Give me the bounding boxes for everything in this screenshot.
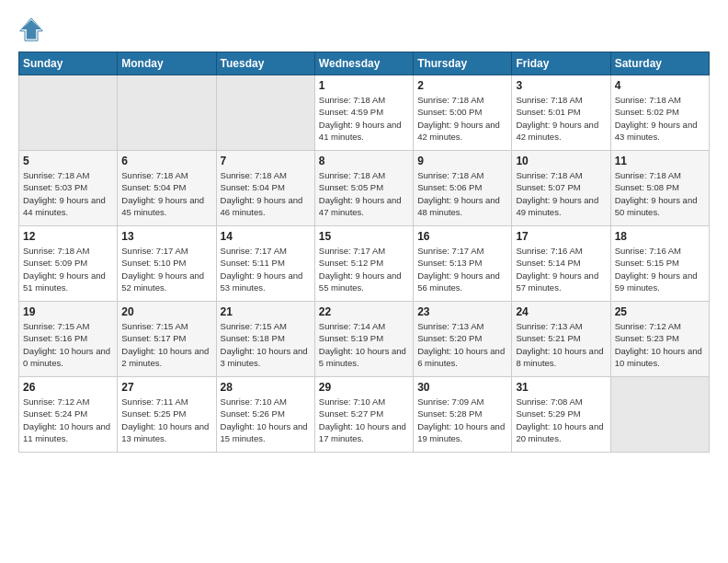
calendar-cell: 16Sunrise: 7:17 AM Sunset: 5:13 PM Dayli… — [414, 226, 512, 302]
calendar-cell: 6Sunrise: 7:18 AM Sunset: 5:04 PM Daylig… — [118, 151, 216, 226]
calendar-week-1: 5Sunrise: 7:18 AM Sunset: 5:03 PM Daylig… — [19, 151, 710, 226]
day-number: 9 — [417, 155, 507, 167]
calendar-cell: 30Sunrise: 7:09 AM Sunset: 5:28 PM Dayli… — [414, 377, 512, 453]
calendar-cell: 19Sunrise: 7:15 AM Sunset: 5:16 PM Dayli… — [19, 302, 118, 377]
calendar-cell: 12Sunrise: 7:18 AM Sunset: 5:09 PM Dayli… — [19, 226, 118, 302]
col-header-monday: Monday — [118, 52, 216, 75]
day-number: 10 — [516, 155, 606, 167]
header — [18, 17, 710, 42]
day-number: 31 — [516, 381, 606, 394]
day-number: 4 — [615, 79, 705, 92]
cell-content: Sunrise: 7:18 AM Sunset: 5:02 PM Dayligh… — [615, 94, 705, 143]
logo — [18, 17, 48, 42]
cell-content: Sunrise: 7:18 AM Sunset: 5:03 PM Dayligh… — [23, 169, 113, 218]
day-number: 16 — [417, 230, 507, 243]
day-number: 22 — [319, 305, 409, 318]
cell-content: Sunrise: 7:18 AM Sunset: 4:59 PM Dayligh… — [319, 94, 409, 143]
calendar-cell: 13Sunrise: 7:17 AM Sunset: 5:10 PM Dayli… — [118, 226, 216, 302]
cell-content: Sunrise: 7:14 AM Sunset: 5:19 PM Dayligh… — [319, 320, 409, 369]
day-number: 29 — [319, 381, 409, 394]
cell-content: Sunrise: 7:18 AM Sunset: 5:06 PM Dayligh… — [417, 169, 507, 218]
calendar-cell — [19, 75, 118, 151]
logo-icon — [18, 17, 44, 42]
cell-content: Sunrise: 7:13 AM Sunset: 5:20 PM Dayligh… — [417, 320, 507, 369]
calendar-cell: 14Sunrise: 7:17 AM Sunset: 5:11 PM Dayli… — [216, 226, 314, 302]
calendar-cell: 8Sunrise: 7:18 AM Sunset: 5:05 PM Daylig… — [314, 151, 413, 226]
day-number: 6 — [121, 155, 211, 167]
cell-content: Sunrise: 7:18 AM Sunset: 5:07 PM Dayligh… — [516, 169, 606, 218]
calendar-cell: 31Sunrise: 7:08 AM Sunset: 5:29 PM Dayli… — [512, 377, 610, 453]
calendar-week-4: 26Sunrise: 7:12 AM Sunset: 5:24 PM Dayli… — [19, 377, 710, 453]
col-header-friday: Friday — [512, 52, 610, 75]
day-number: 24 — [516, 305, 606, 318]
cell-content: Sunrise: 7:18 AM Sunset: 5:08 PM Dayligh… — [615, 169, 705, 218]
day-number: 15 — [319, 230, 409, 243]
calendar-table: SundayMondayTuesdayWednesdayThursdayFrid… — [18, 52, 710, 453]
day-number: 26 — [23, 381, 113, 394]
cell-content: Sunrise: 7:18 AM Sunset: 5:01 PM Dayligh… — [516, 94, 606, 143]
cell-content: Sunrise: 7:10 AM Sunset: 5:26 PM Dayligh… — [221, 396, 311, 444]
calendar-cell: 29Sunrise: 7:10 AM Sunset: 5:27 PM Dayli… — [314, 377, 413, 453]
calendar-cell — [118, 75, 216, 151]
day-number: 14 — [221, 230, 311, 243]
calendar-week-0: 1Sunrise: 7:18 AM Sunset: 4:59 PM Daylig… — [19, 75, 710, 151]
cell-content: Sunrise: 7:16 AM Sunset: 5:15 PM Dayligh… — [615, 245, 705, 293]
calendar-cell: 25Sunrise: 7:12 AM Sunset: 5:23 PM Dayli… — [610, 302, 709, 377]
cell-content: Sunrise: 7:18 AM Sunset: 5:04 PM Dayligh… — [221, 169, 311, 218]
cell-content: Sunrise: 7:12 AM Sunset: 5:23 PM Dayligh… — [615, 320, 705, 369]
calendar-cell: 7Sunrise: 7:18 AM Sunset: 5:04 PM Daylig… — [216, 151, 314, 226]
calendar-cell: 10Sunrise: 7:18 AM Sunset: 5:07 PM Dayli… — [512, 151, 610, 226]
day-number: 27 — [121, 381, 211, 394]
col-header-thursday: Thursday — [414, 52, 512, 75]
calendar-cell: 9Sunrise: 7:18 AM Sunset: 5:06 PM Daylig… — [414, 151, 512, 226]
cell-content: Sunrise: 7:17 AM Sunset: 5:12 PM Dayligh… — [319, 245, 409, 293]
calendar-cell: 21Sunrise: 7:15 AM Sunset: 5:18 PM Dayli… — [216, 302, 314, 377]
cell-content: Sunrise: 7:18 AM Sunset: 5:04 PM Dayligh… — [121, 169, 211, 218]
day-number: 19 — [23, 305, 113, 318]
cell-content: Sunrise: 7:16 AM Sunset: 5:14 PM Dayligh… — [516, 245, 606, 293]
calendar-cell: 23Sunrise: 7:13 AM Sunset: 5:20 PM Dayli… — [414, 302, 512, 377]
page-container: SundayMondayTuesdayWednesdayThursdayFrid… — [0, 0, 728, 462]
calendar-week-2: 12Sunrise: 7:18 AM Sunset: 5:09 PM Dayli… — [19, 226, 710, 302]
calendar-cell: 15Sunrise: 7:17 AM Sunset: 5:12 PM Dayli… — [314, 226, 413, 302]
calendar-cell: 18Sunrise: 7:16 AM Sunset: 5:15 PM Dayli… — [610, 226, 709, 302]
day-number: 8 — [319, 155, 409, 167]
day-number: 12 — [23, 230, 113, 243]
day-number: 11 — [615, 155, 705, 167]
cell-content: Sunrise: 7:15 AM Sunset: 5:17 PM Dayligh… — [121, 320, 211, 369]
calendar-header-row: SundayMondayTuesdayWednesdayThursdayFrid… — [19, 52, 710, 75]
cell-content: Sunrise: 7:17 AM Sunset: 5:13 PM Dayligh… — [417, 245, 507, 293]
cell-content: Sunrise: 7:12 AM Sunset: 5:24 PM Dayligh… — [23, 396, 113, 444]
col-header-sunday: Sunday — [19, 52, 118, 75]
calendar-cell: 1Sunrise: 7:18 AM Sunset: 4:59 PM Daylig… — [314, 75, 413, 151]
calendar-cell: 3Sunrise: 7:18 AM Sunset: 5:01 PM Daylig… — [512, 75, 610, 151]
day-number: 3 — [516, 79, 606, 92]
col-header-saturday: Saturday — [610, 52, 709, 75]
cell-content: Sunrise: 7:18 AM Sunset: 5:09 PM Dayligh… — [23, 245, 113, 293]
cell-content: Sunrise: 7:18 AM Sunset: 5:00 PM Dayligh… — [417, 94, 507, 143]
calendar-cell — [216, 75, 314, 151]
col-header-tuesday: Tuesday — [216, 52, 314, 75]
day-number: 23 — [417, 305, 507, 318]
calendar-cell — [610, 377, 709, 453]
day-number: 21 — [221, 305, 311, 318]
calendar-cell: 2Sunrise: 7:18 AM Sunset: 5:00 PM Daylig… — [414, 75, 512, 151]
calendar-week-3: 19Sunrise: 7:15 AM Sunset: 5:16 PM Dayli… — [19, 302, 710, 377]
cell-content: Sunrise: 7:17 AM Sunset: 5:11 PM Dayligh… — [221, 245, 311, 293]
cell-content: Sunrise: 7:17 AM Sunset: 5:10 PM Dayligh… — [121, 245, 211, 293]
day-number: 2 — [417, 79, 507, 92]
cell-content: Sunrise: 7:11 AM Sunset: 5:25 PM Dayligh… — [121, 396, 211, 444]
day-number: 1 — [319, 79, 409, 92]
calendar-cell: 17Sunrise: 7:16 AM Sunset: 5:14 PM Dayli… — [512, 226, 610, 302]
calendar-cell: 5Sunrise: 7:18 AM Sunset: 5:03 PM Daylig… — [19, 151, 118, 226]
day-number: 30 — [417, 381, 507, 394]
calendar-cell: 27Sunrise: 7:11 AM Sunset: 5:25 PM Dayli… — [118, 377, 216, 453]
cell-content: Sunrise: 7:15 AM Sunset: 5:18 PM Dayligh… — [221, 320, 311, 369]
day-number: 28 — [221, 381, 311, 394]
calendar-cell: 4Sunrise: 7:18 AM Sunset: 5:02 PM Daylig… — [610, 75, 709, 151]
calendar-cell: 26Sunrise: 7:12 AM Sunset: 5:24 PM Dayli… — [19, 377, 118, 453]
cell-content: Sunrise: 7:13 AM Sunset: 5:21 PM Dayligh… — [516, 320, 606, 369]
cell-content: Sunrise: 7:09 AM Sunset: 5:28 PM Dayligh… — [417, 396, 507, 444]
day-number: 25 — [615, 305, 705, 318]
cell-content: Sunrise: 7:15 AM Sunset: 5:16 PM Dayligh… — [23, 320, 113, 369]
